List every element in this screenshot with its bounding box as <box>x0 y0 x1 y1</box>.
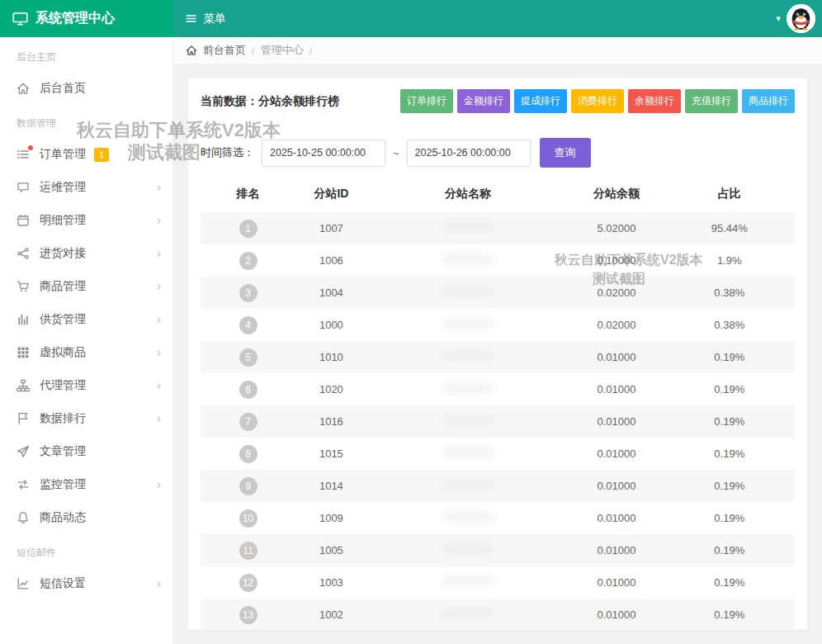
site-name-cell <box>367 373 569 405</box>
table-row[interactable]: 8 1015 0.01000 0.19% <box>201 438 795 470</box>
table-row[interactable]: 11 1005 0.01000 0.19% <box>201 534 795 566</box>
site-id-cell: 1007 <box>295 212 366 244</box>
table-row[interactable]: 9 1014 0.01000 0.19% <box>201 470 795 502</box>
redacted-site-name <box>442 512 494 522</box>
site-id-cell: 1015 <box>295 438 366 470</box>
menu-toggle[interactable]: 菜单 <box>185 12 226 26</box>
chevron-right-icon: › <box>157 214 161 227</box>
site-id-cell: 1004 <box>295 277 366 309</box>
redacted-site-name <box>442 351 494 361</box>
col-header-rank: 排名 <box>201 176 295 212</box>
sidebar-item-data-ranking[interactable]: 数据排行 › <box>0 402 172 435</box>
site-name-cell <box>367 405 569 438</box>
site-name-cell <box>367 212 569 244</box>
redacted-site-name <box>442 415 494 425</box>
balance-cell: 0.10000 <box>569 244 664 277</box>
col-header-ratio: 占比 <box>664 176 795 212</box>
table-row[interactable]: 2 1006 0.10000 1.9% <box>201 244 795 277</box>
chevron-right-icon: › <box>157 280 161 293</box>
menu-icon <box>185 12 197 25</box>
sidebar-item-detail-management[interactable]: 明细管理 › <box>0 204 172 237</box>
share-icon <box>17 247 30 260</box>
chevron-right-icon: › <box>157 412 161 425</box>
range-separator: ~ <box>393 147 399 159</box>
caret-down-icon[interactable]: ▾ <box>776 13 781 24</box>
table-header-row: 排名 分站ID 分站名称 分站余额 占比 <box>201 176 795 212</box>
start-date-input[interactable] <box>262 140 385 167</box>
balance-cell: 0.01000 <box>569 502 664 534</box>
rank-tab-amount[interactable]: 金额排行 <box>457 89 510 113</box>
table-row[interactable]: 3 1004 0.02000 0.38% <box>201 277 795 309</box>
redacted-site-name <box>442 222 494 232</box>
balance-cell: 0.01000 <box>569 373 664 405</box>
chevron-right-icon: › <box>157 379 161 392</box>
sidebar-item-label: 明细管理 <box>40 213 86 228</box>
sidebar-section-label: 数据管理 <box>0 105 172 138</box>
end-date-input[interactable] <box>407 140 531 167</box>
rank-badge: 7 <box>239 413 257 431</box>
count-badge: 1 <box>94 148 109 162</box>
user-avatar[interactable] <box>787 4 815 33</box>
sidebar-item-article-management[interactable]: 文章管理 <box>0 435 172 468</box>
rank-tab-consumption[interactable]: 消费排行 <box>571 89 624 113</box>
sidebar-item-monitor-management[interactable]: 监控管理 › <box>0 468 172 501</box>
rank-tab-orders[interactable]: 订单排行 <box>400 89 453 113</box>
sidebar-item-agent-management[interactable]: 代理管理 › <box>0 369 172 402</box>
ratio-cell: 0.19% <box>664 373 795 405</box>
rank-tab-commission[interactable]: 提成排行 <box>514 89 567 113</box>
rank-tab-balance[interactable]: 余额排行 <box>628 89 681 113</box>
redacted-site-name <box>442 286 494 296</box>
sidebar-item-ops-management[interactable]: 运维管理 › <box>0 171 172 204</box>
query-button[interactable]: 查询 <box>540 138 591 168</box>
redacted-site-name <box>442 254 494 264</box>
table-row[interactable]: 13 1002 0.01000 0.19% <box>201 599 795 630</box>
current-data-label: 当前数据：分站余额排行榜 <box>201 94 339 109</box>
sidebar-item-home[interactable]: 后台首页 <box>0 72 172 105</box>
balance-cell: 0.01000 <box>569 470 664 502</box>
sidebar-item-order-management[interactable]: 订单管理 1 <box>0 138 172 171</box>
redacted-site-name <box>442 383 494 393</box>
sidebar-item-label: 后台首页 <box>40 81 86 96</box>
chart-icon <box>17 577 30 590</box>
sidebar-item-goods-management[interactable]: 商品管理 › <box>0 270 172 303</box>
list-icon <box>17 148 30 161</box>
home-icon <box>186 45 197 56</box>
table-row[interactable]: 7 1016 0.01000 0.19% <box>201 405 795 438</box>
table-row[interactable]: 6 1020 0.01000 0.19% <box>201 373 795 405</box>
table-row[interactable]: 10 1009 0.01000 0.19% <box>201 502 795 534</box>
ratio-cell: 0.19% <box>664 599 795 630</box>
sidebar-item-supply-management[interactable]: 供货管理 › <box>0 303 172 336</box>
breadcrumb-current-link[interactable]: 管理中心 <box>261 43 304 58</box>
breadcrumb-home-link[interactable]: 前台首页 <box>203 43 246 58</box>
table-row[interactable]: 1 1007 5.02000 95.44% <box>201 212 795 244</box>
sidebar-item-label: 虚拟商品 <box>40 345 86 360</box>
rank-tab-goods[interactable]: 商品排行 <box>742 89 795 113</box>
redacted-site-name <box>442 447 494 457</box>
ratio-cell: 0.38% <box>664 277 795 309</box>
table-row[interactable]: 4 1000 0.02000 0.38% <box>201 309 795 341</box>
col-header-balance: 分站余额 <box>569 176 664 212</box>
balance-cell: 0.01000 <box>569 405 664 438</box>
table-row[interactable]: 12 1003 0.01000 0.19% <box>201 566 795 599</box>
sidebar-item-virtual-goods[interactable]: 虚拟商品 › <box>0 336 172 369</box>
app-body: 后台主页 后台首页 数据管理 订单管理 1 运维管理 › 明细管理 › 进 <box>0 37 822 644</box>
site-id-cell: 1009 <box>295 502 366 534</box>
site-name-cell <box>367 438 569 470</box>
sidebar-item-sms-settings[interactable]: 短信设置 › <box>0 567 172 600</box>
sidebar-item-goods-dynamic[interactable]: 商品动态 <box>0 501 172 534</box>
table-row[interactable]: 5 1010 0.01000 0.19% <box>201 341 795 373</box>
send-icon <box>17 445 30 458</box>
rank-tab-recharge[interactable]: 充值排行 <box>685 89 738 113</box>
rank-badge: 12 <box>239 574 257 592</box>
time-filter-label: 时间筛选： <box>201 145 254 160</box>
site-id-cell: 1014 <box>295 470 366 502</box>
grid-icon <box>17 346 30 359</box>
monitor-icon <box>12 11 28 26</box>
ratio-cell: 0.38% <box>664 309 795 341</box>
chevron-right-icon: › <box>157 577 161 590</box>
brand[interactable]: 系统管理中心 <box>0 0 173 37</box>
site-id-cell: 1005 <box>295 534 366 566</box>
ratio-cell: 0.19% <box>664 438 795 470</box>
sidebar-item-purchase-integration[interactable]: 进货对接 › <box>0 237 172 270</box>
sidebar-item-label: 商品管理 <box>40 279 86 294</box>
